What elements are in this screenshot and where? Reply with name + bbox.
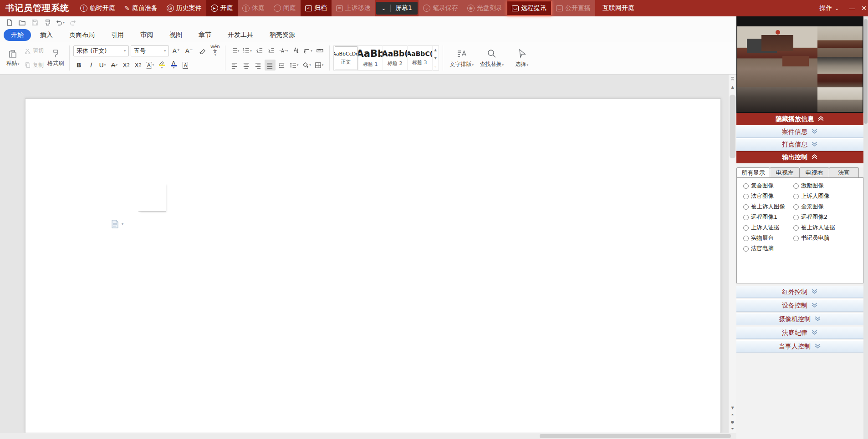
tab-references[interactable]: 引用	[104, 29, 131, 41]
section-device-control[interactable]: 设备控制	[736, 299, 863, 312]
menu-pretrial-prep[interactable]: ✎ 庭前准备	[120, 0, 162, 16]
increase-indent-button[interactable]	[266, 45, 277, 56]
character-border-button[interactable]: A	[180, 60, 191, 71]
subscript-button[interactable]: X2	[133, 60, 143, 71]
character-scale-button[interactable]: ▾	[278, 45, 290, 56]
section-litigant-control[interactable]: 当事人控制	[736, 340, 863, 353]
previous-page-button[interactable]: ⏶	[731, 413, 734, 417]
style-normal[interactable]: AaBbCcDd 正文	[334, 45, 358, 71]
menu-history-cases[interactable]: ◷ 历史案件	[162, 0, 206, 16]
menu-open-court[interactable]: ▸ 开庭	[206, 0, 238, 16]
font-color-button[interactable]: A ▾	[168, 60, 179, 71]
borders-button[interactable]: ▾	[313, 60, 325, 71]
section-case-info[interactable]: 案件信息	[736, 126, 863, 138]
line-spacing-button[interactable]: ▾	[288, 60, 300, 71]
menu-remote-interrogation[interactable]: ▭ 远程提讯	[507, 1, 551, 15]
style-heading-3[interactable]: AaBbC( 标题 3	[408, 45, 432, 71]
horizontal-scroll-thumb[interactable]	[540, 434, 731, 438]
radio-panorama-image[interactable]: 全景图像	[793, 203, 863, 211]
tab-insert[interactable]: 插入	[33, 29, 60, 41]
find-replace-button[interactable]: 查找替换▾	[477, 44, 507, 72]
gallery-more-icon[interactable]: ⌄	[433, 62, 439, 71]
video-feed-right-bottom[interactable]	[817, 57, 863, 87]
paste-options-button[interactable]: ▾	[111, 220, 123, 228]
undo-button[interactable]: ▾	[55, 17, 66, 27]
minimize-button[interactable]: —	[844, 0, 860, 16]
document-page[interactable]: ▾	[25, 98, 721, 433]
tab-dev-tools[interactable]: 开发工具	[220, 29, 260, 41]
document-horizontal-scrollbar[interactable]	[0, 433, 736, 439]
paste-button[interactable]: 粘贴▾	[3, 44, 23, 72]
shrink-font-button[interactable]: A⁻	[184, 45, 194, 56]
collapse-ribbon-button[interactable]	[729, 75, 736, 83]
tab-judge[interactable]: 法官	[829, 167, 859, 177]
ruler-button[interactable]	[315, 45, 326, 56]
section-marking-info[interactable]: 打点信息	[736, 138, 863, 151]
strikethrough-button[interactable]: A▾	[109, 60, 120, 71]
grow-font-button[interactable]: A⁺	[171, 45, 182, 56]
screen-selector[interactable]: ⌄ 屏幕1	[376, 2, 418, 15]
decrease-indent-button[interactable]	[254, 45, 265, 56]
radio-clerk-computer[interactable]: 书记员电脑	[793, 234, 863, 242]
show-marks-button[interactable]: ▾	[302, 45, 314, 56]
video-feed-bottom-left[interactable]	[737, 87, 817, 112]
italic-button[interactable]: I	[85, 60, 96, 71]
align-right-button[interactable]	[253, 60, 264, 71]
clear-format-button[interactable]	[196, 45, 207, 56]
radio-composite-image[interactable]: 复合图像	[743, 182, 793, 190]
operations-menu[interactable]: 操作 ⌄	[814, 4, 844, 12]
open-button[interactable]	[16, 17, 27, 27]
tab-view[interactable]: 视图	[162, 29, 189, 41]
next-page-button[interactable]: ⏷	[731, 427, 734, 431]
radio-judge-computer[interactable]: 法官电脑	[743, 245, 793, 252]
font-size-combo[interactable]: 五号 ▾	[131, 45, 169, 56]
scroll-down-button[interactable]: ▼	[731, 406, 734, 410]
sort-button[interactable]	[290, 45, 301, 56]
menu-temporary-session[interactable]: + 临时开庭	[76, 0, 120, 16]
tab-tv-right[interactable]: 电视右	[799, 167, 829, 177]
pinyin-guide-button[interactable]: wén文▾	[209, 45, 221, 56]
radio-appellant-image[interactable]: 上诉人图像	[793, 192, 863, 200]
document-canvas[interactable]: ▾	[0, 75, 729, 433]
scroll-up-icon[interactable]: ▲	[433, 46, 439, 54]
bullet-list-button[interactable]: ▾	[229, 45, 241, 56]
justify-button[interactable]	[265, 60, 276, 71]
style-heading-2[interactable]: AaBb( 标题 2	[383, 45, 408, 71]
radio-incentive-image[interactable]: 激励图像	[793, 182, 863, 190]
bold-button[interactable]: B	[73, 60, 84, 71]
text-typeset-button[interactable]: 文字排版▾	[447, 44, 477, 72]
numbered-list-button[interactable]: ▾	[241, 45, 253, 56]
tab-section[interactable]: 章节	[191, 29, 219, 41]
video-feed-bottom-right[interactable]	[817, 87, 863, 112]
panel-scroll-thumb[interactable]	[864, 19, 868, 124]
tab-docer-resources[interactable]: 稻壳资源	[262, 29, 302, 41]
section-court-discipline[interactable]: 法庭纪律	[736, 327, 863, 339]
tab-page-layout[interactable]: 页面布局	[62, 29, 102, 41]
print-button[interactable]	[42, 17, 53, 27]
section-hide-playback-info[interactable]: 隐藏播放信息	[736, 113, 863, 125]
vertical-scroll-thumb[interactable]	[730, 95, 735, 158]
underline-button[interactable]: U▾	[97, 60, 108, 71]
panel-scrollbar[interactable]	[863, 16, 868, 439]
format-painter-button[interactable]: 格式刷	[46, 44, 66, 72]
highlight-color-button[interactable]: ▾	[156, 60, 167, 71]
section-infrared-control[interactable]: 红外控制	[736, 286, 863, 298]
section-camera-control[interactable]: 摄像机控制	[736, 313, 863, 325]
style-heading-1[interactable]: AaBb 标题 1	[358, 45, 383, 71]
close-button[interactable]: ✕	[860, 0, 868, 16]
font-name-combo[interactable]: 宋体 (正文) ▾	[73, 45, 129, 56]
align-left-button[interactable]	[229, 60, 240, 71]
superscript-button[interactable]: X2	[121, 60, 132, 71]
select-button[interactable]: 选择▾	[507, 44, 537, 72]
menu-internet-court[interactable]: 互联网开庭	[598, 0, 639, 16]
radio-remote-image-1[interactable]: 远程图像1	[743, 213, 793, 221]
tab-home[interactable]: 开始	[4, 29, 31, 41]
video-feed-courtroom-wide[interactable]	[737, 26, 817, 87]
scroll-up-button[interactable]: ▲	[729, 83, 736, 91]
radio-appellee-image[interactable]: 被上诉人图像	[743, 203, 793, 211]
radio-appellee-evidence[interactable]: 被上诉人证据	[793, 224, 863, 232]
radio-remote-image-2[interactable]: 远程图像2	[793, 213, 863, 221]
shading-button[interactable]: ▾	[301, 60, 312, 71]
align-center-button[interactable]	[241, 60, 252, 71]
tab-all-displays[interactable]: 所有显示	[736, 167, 770, 178]
